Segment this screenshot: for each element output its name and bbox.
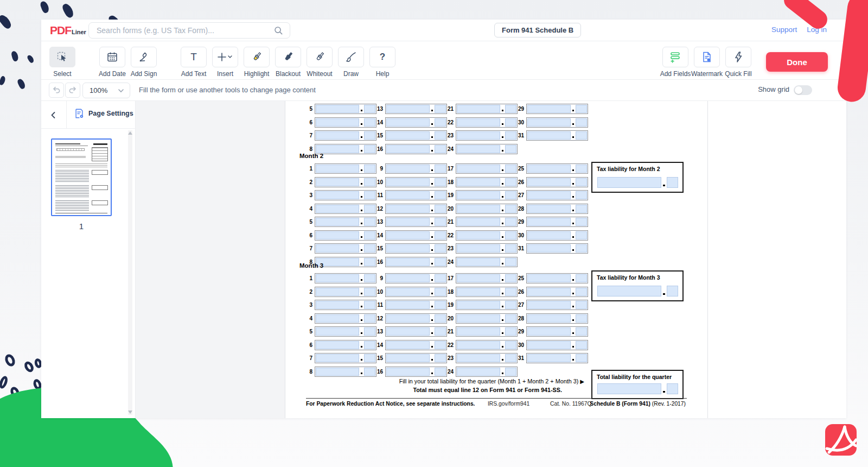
day-amount-field[interactable] [526,177,588,187]
day-amount-field[interactable] [456,190,518,200]
tool-add-date[interactable]: Add Date [97,47,128,78]
day-amount-field[interactable] [315,287,376,297]
pdfliner-logo[interactable]: PDF Liner [50,24,86,37]
tool-add-sign[interactable]: Add Sign [128,47,159,78]
done-button[interactable]: Done [766,52,828,72]
day-amount-field[interactable] [385,326,447,337]
scroll-up-arrow[interactable] [128,131,132,135]
day-amount-field[interactable] [315,217,376,227]
day-amount-field[interactable] [385,313,447,324]
day-amount-field[interactable] [456,313,518,324]
day-amount-field[interactable] [315,300,376,310]
sidebar-scrollbar[interactable] [128,130,132,415]
day-amount-field[interactable] [526,340,588,350]
tool-insert[interactable]: Insert [209,47,241,78]
day-amount-field[interactable] [385,230,447,241]
day-amount-field[interactable] [526,217,588,227]
day-amount-field[interactable] [526,190,588,200]
tool-highlight[interactable]: Highlight [241,47,272,78]
day-amount-field[interactable] [385,287,447,297]
day-amount-field[interactable] [315,257,376,267]
day-amount-field[interactable] [526,230,588,241]
tool-whiteout[interactable]: Whiteout [304,47,335,78]
collapse-sidebar-button[interactable] [46,108,61,123]
day-amount-field[interactable] [315,326,376,337]
day-amount-field[interactable] [385,163,447,174]
day-amount-field[interactable] [456,104,518,114]
show-grid-toggle[interactable] [794,85,812,95]
support-link[interactable]: Support [771,26,797,34]
day-amount-field[interactable] [456,163,518,174]
day-amount-field[interactable] [385,190,447,200]
tool-help[interactable]: ? Help [367,47,398,78]
day-amount-field[interactable] [456,257,518,267]
tool-add-text[interactable]: T Add Text [178,47,209,78]
day-amount-field[interactable] [456,217,518,227]
day-amount-field[interactable] [526,273,588,283]
total-liability-dollars-field[interactable] [597,383,661,394]
day-amount-field[interactable] [385,273,447,283]
day-amount-field[interactable] [385,340,447,350]
day-amount-field[interactable] [526,300,588,310]
day-amount-field[interactable] [526,326,588,337]
tool-add-fields[interactable]: Add Fields [660,47,691,80]
redo-button[interactable] [65,83,80,98]
day-amount-field[interactable] [456,300,518,310]
day-amount-field[interactable] [315,273,376,283]
day-amount-field[interactable] [456,177,518,187]
day-amount-field[interactable] [385,177,447,187]
day-amount-field[interactable] [526,130,588,141]
day-amount-field[interactable] [315,230,376,241]
day-amount-field[interactable] [385,217,447,227]
day-amount-field[interactable] [315,367,376,377]
day-amount-field[interactable] [385,353,447,363]
day-amount-field[interactable] [456,204,518,214]
total-liability-cents-field[interactable] [667,383,678,394]
day-amount-field[interactable] [456,340,518,350]
day-amount-field[interactable] [385,130,447,141]
day-amount-field[interactable] [385,257,447,267]
day-amount-field[interactable] [526,287,588,297]
tool-draw[interactable]: Draw [335,47,367,78]
month2-tax-cents-field[interactable] [667,177,678,188]
day-amount-field[interactable] [385,300,447,310]
day-amount-field[interactable] [315,144,376,154]
tool-watermark[interactable]: Watermark [691,47,723,80]
day-amount-field[interactable] [315,104,376,114]
day-amount-field[interactable] [315,130,376,141]
page-thumbnail-1[interactable] [51,138,112,216]
day-amount-field[interactable] [315,117,376,128]
day-amount-field[interactable] [315,204,376,214]
scroll-down-arrow[interactable] [128,411,132,414]
day-amount-field[interactable] [456,367,518,377]
day-amount-field[interactable] [315,243,376,254]
day-amount-field[interactable] [385,204,447,214]
tool-quick-fill[interactable]: Quick Fill [723,47,754,80]
search-input[interactable] [89,26,273,35]
month3-tax-dollars-field[interactable] [597,286,661,296]
day-amount-field[interactable] [315,353,376,363]
day-amount-field[interactable] [526,163,588,174]
day-amount-field[interactable] [526,353,588,363]
day-amount-field[interactable] [456,353,518,363]
page-settings-button[interactable]: Page Settings [74,108,133,119]
day-amount-field[interactable] [385,367,447,377]
day-amount-field[interactable] [385,144,447,154]
day-amount-field[interactable] [526,104,588,114]
day-amount-field[interactable] [456,144,518,154]
day-amount-field[interactable] [456,326,518,337]
month3-tax-cents-field[interactable] [667,286,678,296]
day-amount-field[interactable] [456,117,518,128]
day-amount-field[interactable] [385,243,447,254]
undo-button[interactable] [49,83,64,98]
day-amount-field[interactable] [385,104,447,114]
day-amount-field[interactable] [315,177,376,187]
day-amount-field[interactable] [456,230,518,241]
search-icon[interactable] [273,26,283,35]
day-amount-field[interactable] [456,243,518,254]
day-amount-field[interactable] [315,163,376,174]
day-amount-field[interactable] [526,243,588,254]
tool-blackout[interactable]: Blackout [272,47,304,78]
day-amount-field[interactable] [526,313,588,324]
day-amount-field[interactable] [456,130,518,141]
